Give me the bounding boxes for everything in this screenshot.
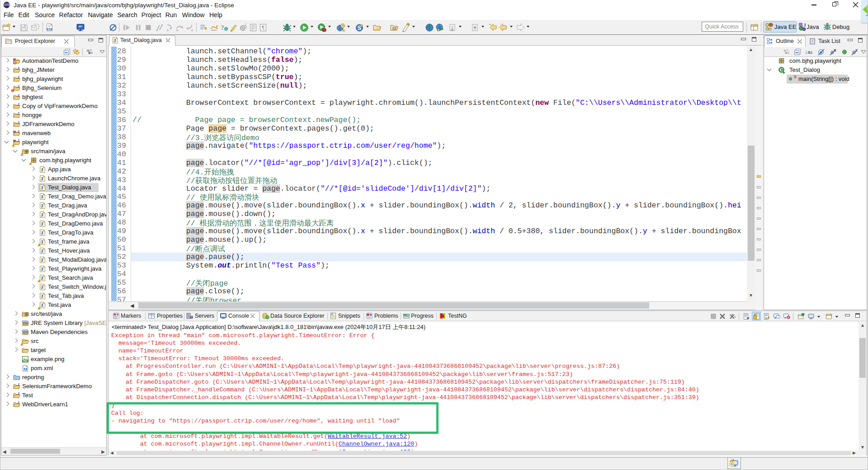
- svg-text:¶: ¶: [262, 25, 264, 30]
- svg-text:S: S: [358, 25, 361, 31]
- svg-text:J: J: [803, 22, 806, 28]
- svg-text:C: C: [225, 27, 227, 31]
- svg-text:010: 010: [47, 27, 52, 31]
- svg-text:?: ?: [221, 24, 224, 31]
